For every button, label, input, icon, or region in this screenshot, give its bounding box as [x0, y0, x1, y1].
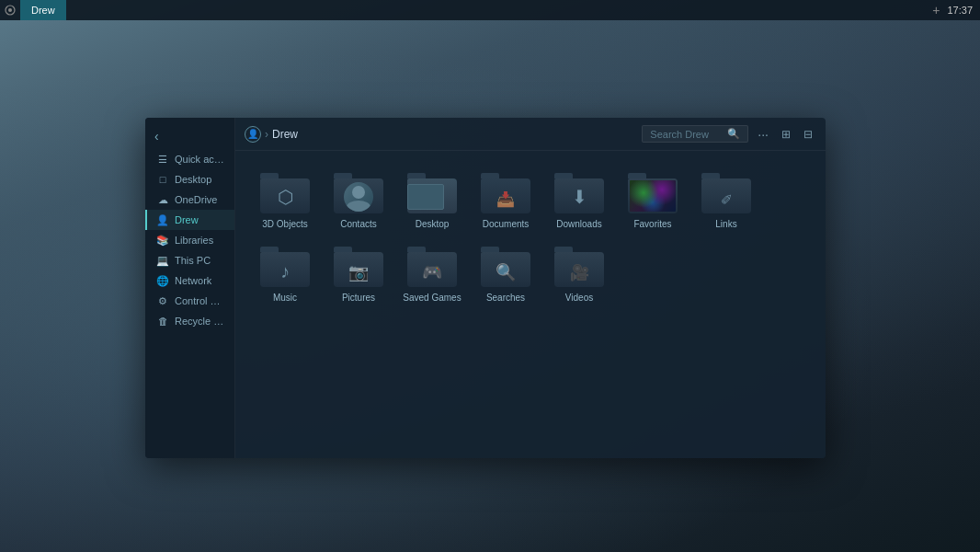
computer-icon: 💻 — [156, 254, 169, 267]
folder-saved-games[interactable]: 🎮 Saved Games — [397, 239, 467, 309]
file-label: Favorites — [633, 219, 671, 230]
sidebar-label: Recycle Bin — [175, 316, 225, 327]
folder-downloads[interactable]: ⬇ Downloads — [544, 166, 614, 236]
file-explorer-window: ‹ ☰ Quick access □ Desktop ☁ OneDrive 👤 … — [145, 118, 826, 458]
sidebar: ‹ ☰ Quick access □ Desktop ☁ OneDrive 👤 … — [145, 118, 235, 458]
folder-icon-3d: ⬡ — [260, 173, 310, 213]
user-icon: 👤 — [156, 213, 169, 226]
folder-icon-contacts — [334, 173, 383, 213]
svg-point-1 — [8, 8, 12, 12]
folder-3d-objects[interactable]: ⬡ 3D Objects — [250, 166, 320, 236]
file-label: Links — [715, 219, 736, 230]
camera-icon: 📷 — [348, 262, 369, 282]
sidebar-label: Quick access — [175, 154, 225, 165]
layout-toggle-1[interactable]: ⊞ — [778, 126, 794, 143]
more-options-button[interactable]: ··· — [754, 125, 772, 144]
settings-icon: ⚙ — [156, 294, 169, 307]
folder-pictures[interactable]: 📷 Pictures — [324, 239, 393, 309]
folder-searches[interactable]: 🔍 Searches — [471, 239, 541, 309]
box-icon: ⬡ — [278, 186, 293, 208]
folder-documents[interactable]: 📥 Documents — [471, 166, 541, 236]
folder-links[interactable]: ✏ Links — [691, 166, 761, 236]
sidebar-label: OneDrive — [175, 194, 217, 205]
folder-icon-music: ♪ — [260, 247, 310, 287]
folder-contacts[interactable]: Contacts — [324, 166, 393, 236]
sidebar-label: Network — [175, 275, 211, 286]
folder-icon-documents: 📥 — [481, 173, 530, 213]
sidebar-label: Drew — [175, 214, 199, 225]
file-label: Searches — [486, 293, 525, 304]
trash-icon: 🗑 — [156, 315, 169, 328]
folder-icon-videos: 🎥 — [554, 247, 604, 287]
network-icon: 🌐 — [156, 274, 169, 287]
folder-desktop[interactable]: Desktop — [397, 166, 467, 236]
download-icon: ⬇ — [572, 186, 587, 208]
taskbar: Drew + 17:37 — [0, 0, 980, 20]
file-label: Contacts — [340, 219, 376, 230]
search-icon: 🔍 — [727, 128, 740, 140]
music-note-icon: ♪ — [280, 261, 290, 282]
file-label: Documents — [483, 219, 530, 230]
file-label: Downloads — [556, 219, 601, 230]
path-user-icon: 👤 — [245, 126, 261, 143]
folder-favorites[interactable]: Favorites — [618, 166, 688, 236]
sidebar-label: Desktop — [175, 174, 211, 185]
folder-videos[interactable]: 🎥 Videos — [544, 239, 614, 309]
sidebar-item-this-pc[interactable]: 💻 This PC — [145, 250, 234, 270]
video-camera-icon: 🎥 — [570, 263, 589, 282]
file-label: Desktop — [416, 219, 450, 230]
header-bar: 👤 › Drew 🔍 ··· ⊞ ⊟ — [235, 118, 826, 151]
monitor-icon — [407, 184, 444, 210]
tray-icon: 📥 — [496, 190, 515, 208]
sidebar-item-desktop[interactable]: □ Desktop — [145, 169, 234, 190]
path-separator: › — [265, 128, 268, 141]
taskbar-time: 17:37 — [947, 5, 973, 16]
folder-icon-downloads: ⬇ — [554, 173, 604, 213]
sidebar-item-onedrive[interactable]: ☁ OneDrive — [145, 190, 234, 210]
file-label: Music — [273, 293, 297, 304]
new-tab-button[interactable]: + — [932, 3, 940, 17]
search-input[interactable] — [650, 129, 724, 140]
sidebar-item-libraries[interactable]: 📚 Libraries — [145, 230, 234, 250]
sidebar-label: Libraries — [175, 235, 213, 246]
favorites-art — [630, 180, 676, 212]
folder-icon-saved: 🎮 — [407, 247, 457, 287]
folder-icon-pictures: 📷 — [334, 247, 383, 287]
file-label: 3D Objects — [262, 219, 307, 230]
magnifier-icon: 🔍 — [496, 262, 516, 282]
sidebar-item-network[interactable]: 🌐 Network — [145, 270, 234, 291]
sidebar-item-recycle-bin[interactable]: 🗑 Recycle Bin — [145, 311, 234, 331]
header-actions: 🔍 ··· ⊞ ⊟ — [642, 125, 816, 144]
back-button[interactable]: ‹ — [145, 123, 234, 149]
folder-icon-searches: 🔍 — [481, 247, 530, 287]
folder-music[interactable]: ♪ Music — [250, 239, 320, 309]
folder-icon-links: ✏ — [701, 173, 751, 213]
main-panel: 👤 › Drew 🔍 ··· ⊞ ⊟ ⬡ — [235, 118, 826, 458]
start-icon[interactable] — [0, 0, 20, 20]
cloud-icon: ☁ — [156, 193, 169, 206]
sidebar-item-drew[interactable]: 👤 Drew — [145, 210, 234, 230]
file-grid: ⬡ 3D Objects Contacts — [235, 151, 826, 458]
file-label: Videos — [565, 293, 593, 304]
folder-icon-desktop — [407, 173, 457, 213]
breadcrumb: 👤 › Drew — [245, 126, 636, 143]
taskbar-right: + 17:37 — [932, 3, 980, 17]
taskbar-app-drew[interactable]: Drew — [20, 0, 66, 20]
search-box[interactable]: 🔍 — [642, 125, 748, 143]
desktop-icon: □ — [156, 173, 169, 186]
library-icon: 📚 — [156, 234, 169, 247]
file-label: Saved Games — [403, 293, 461, 304]
sidebar-item-quick-access[interactable]: ☰ Quick access — [145, 149, 234, 169]
hamburger-icon: ☰ — [156, 153, 169, 166]
gamepad-icon: 🎮 — [422, 262, 442, 282]
sidebar-item-control-panel[interactable]: ⚙ Control Panel — [145, 291, 234, 311]
file-label: Pictures — [342, 293, 375, 304]
sidebar-label: This PC — [175, 255, 211, 266]
path-folder-name: Drew — [272, 128, 298, 141]
layout-toggle-2[interactable]: ⊟ — [800, 126, 816, 143]
sidebar-label: Control Panel — [175, 295, 225, 306]
folder-icon-favorites — [628, 173, 678, 213]
contact-photo — [344, 182, 373, 212]
